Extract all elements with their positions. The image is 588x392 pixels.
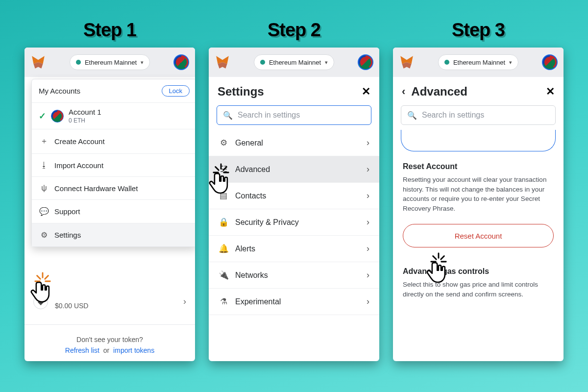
menu-create-account[interactable]: ＋Create Account xyxy=(32,129,195,154)
reset-heading: Reset Account xyxy=(403,162,554,171)
sliders-icon: ☷ xyxy=(219,164,228,174)
search-placeholder: Search in settings xyxy=(422,111,484,120)
settings-row-alerts[interactable]: 🔔Alerts› xyxy=(209,236,379,262)
search-placeholder: Search in settings xyxy=(238,111,300,120)
top-bar: Ethereum Mainnet▾ xyxy=(393,48,564,77)
top-bar: Ethereum Mainnet▾ xyxy=(24,48,195,77)
step-2-title: Step 2 xyxy=(268,20,320,41)
settings-row-advanced[interactable]: ☷Advanced› xyxy=(209,156,379,183)
metamask-fox-icon xyxy=(399,54,415,70)
contacts-icon: ▤ xyxy=(219,191,228,201)
wallet-screen-advanced: Ethereum Mainnet▾ ‹Advanced ✕ 🔍 Search i… xyxy=(393,48,564,361)
search-icon: 🔍 xyxy=(223,111,233,120)
menu-support[interactable]: 💬Support xyxy=(32,200,195,223)
account-row[interactable]: ✓ Account 1 0 ETH xyxy=(32,103,195,129)
flask-icon: ⚗ xyxy=(219,296,228,307)
asset-usd: $0.00 USD xyxy=(55,302,88,310)
chevron-right-icon: › xyxy=(367,244,369,254)
chevron-down-icon: ▾ xyxy=(141,59,144,66)
chevron-right-icon: › xyxy=(367,164,369,174)
account-balance: 0 ETH xyxy=(69,117,101,124)
gas-body: Select this to show gas price and limit … xyxy=(403,280,554,299)
usb-icon: ψ xyxy=(40,184,49,193)
account-name: Account 1 xyxy=(69,108,101,116)
assets-underlay: ◆ $0.00 USD › Don't see your token? Refr… xyxy=(24,290,195,361)
wallet-screen-settings: Ethereum Mainnet▾ Settings ✕ 🔍 Search in… xyxy=(209,48,379,361)
network-label: Ethereum Mainnet xyxy=(269,59,321,66)
top-bar: Ethereum Mainnet▾ xyxy=(209,48,379,77)
settings-search[interactable]: 🔍 Search in settings xyxy=(217,105,371,125)
menu-import-account[interactable]: ⭳Import Account xyxy=(32,154,195,177)
menu-label: Connect Hardware Wallet xyxy=(54,184,138,193)
row-label: Security & Privacy xyxy=(235,218,299,227)
settings-title: Settings xyxy=(218,85,264,98)
settings-row-networks[interactable]: 🔌Networks› xyxy=(209,262,379,289)
chat-icon: 💬 xyxy=(40,207,49,216)
plug-icon: 🔌 xyxy=(219,270,228,280)
asset-row-eth[interactable]: ◆ $0.00 USD › xyxy=(33,290,186,315)
settings-list: ⚙General› ☷Advanced› ▤Contacts› 🔒Securit… xyxy=(209,130,379,315)
account-avatar[interactable] xyxy=(173,54,189,70)
accounts-dropdown: My Accounts Lock ✓ Account 1 0 ETH ＋Crea… xyxy=(31,79,195,247)
reset-button-label: Reset Account xyxy=(455,232,502,240)
import-tokens-link[interactable]: import tokens xyxy=(113,346,154,354)
back-icon[interactable]: ‹ xyxy=(402,85,405,98)
chevron-down-icon: ▾ xyxy=(325,59,328,66)
gear-icon: ⚙ xyxy=(40,230,49,240)
network-dot-icon xyxy=(76,60,81,65)
menu-label: Settings xyxy=(54,231,81,239)
network-selector[interactable]: Ethereum Mainnet▾ xyxy=(70,54,150,70)
row-label: General xyxy=(235,139,263,147)
network-dot-icon xyxy=(260,60,265,65)
metamask-fox-icon xyxy=(215,54,230,70)
plus-icon: ＋ xyxy=(40,136,49,147)
chevron-down-icon: ▾ xyxy=(509,59,512,66)
network-selector[interactable]: Ethereum Mainnet▾ xyxy=(254,54,334,70)
wallet-screen-accounts: Ethereum Mainnet▾ ◆ $0.00 USD › Don't se… xyxy=(24,48,195,361)
settings-row-security[interactable]: 🔒Security & Privacy› xyxy=(209,209,379,236)
account-avatar[interactable] xyxy=(358,54,373,70)
gear-icon: ⚙ xyxy=(219,138,228,148)
partial-button-cutoff xyxy=(401,130,556,151)
lock-icon: 🔒 xyxy=(219,217,228,227)
network-label: Ethereum Mainnet xyxy=(453,59,505,66)
close-icon[interactable]: ✕ xyxy=(546,85,555,98)
step-1-title: Step 1 xyxy=(83,20,136,41)
settings-row-contacts[interactable]: ▤Contacts› xyxy=(209,183,379,209)
menu-label: Create Account xyxy=(54,137,105,146)
row-label: Alerts xyxy=(235,245,255,253)
token-hint: Don't see your token? xyxy=(33,336,186,343)
ethereum-icon: ◆ xyxy=(33,294,48,309)
settings-row-experimental[interactable]: ⚗Experimental› xyxy=(209,289,379,315)
refresh-list-link[interactable]: Refresh list xyxy=(65,346,99,354)
step-3-title: Step 3 xyxy=(452,20,505,41)
or-text: or xyxy=(103,346,109,354)
download-icon: ⭳ xyxy=(40,161,49,170)
reset-account-button[interactable]: Reset Account xyxy=(403,224,554,247)
advanced-title: Advanced xyxy=(411,85,467,98)
network-selector[interactable]: Ethereum Mainnet▾ xyxy=(438,54,518,70)
chevron-right-icon: › xyxy=(367,138,369,148)
menu-label: Import Account xyxy=(54,161,103,170)
account-avatar[interactable] xyxy=(542,54,558,70)
menu-connect-hardware[interactable]: ψConnect Hardware Wallet xyxy=(32,177,195,200)
chevron-right-icon: › xyxy=(367,217,369,227)
lock-button[interactable]: Lock xyxy=(162,85,190,97)
menu-label: Support xyxy=(54,207,80,216)
close-icon[interactable]: ✕ xyxy=(362,85,370,98)
network-dot-icon xyxy=(444,60,449,65)
metamask-fox-icon xyxy=(30,54,46,70)
chevron-right-icon: › xyxy=(183,296,186,307)
svg-line-6 xyxy=(45,276,49,279)
svg-line-5 xyxy=(37,276,41,279)
row-label: Advanced xyxy=(235,165,270,174)
settings-search[interactable]: 🔍 Search in settings xyxy=(401,105,556,125)
menu-settings[interactable]: ⚙Settings xyxy=(32,223,195,246)
row-label: Contacts xyxy=(235,192,266,200)
row-label: Networks xyxy=(235,271,268,280)
search-icon: 🔍 xyxy=(407,111,417,120)
chevron-right-icon: › xyxy=(367,270,369,280)
bell-icon: 🔔 xyxy=(219,244,228,254)
settings-row-general[interactable]: ⚙General› xyxy=(209,130,379,156)
network-label: Ethereum Mainnet xyxy=(85,59,137,66)
